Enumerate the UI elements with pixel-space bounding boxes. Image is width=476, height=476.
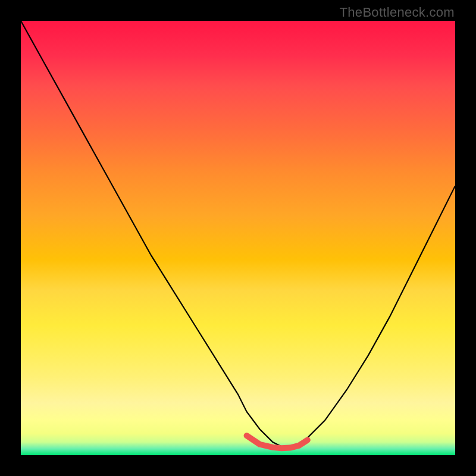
watermark-label: TheBottleneck.com [340, 5, 455, 20]
plot-area [21, 21, 455, 455]
chart-svg [21, 21, 455, 455]
chart-container: TheBottleneck.com [0, 0, 476, 476]
bottleneck-curve-line [21, 21, 455, 446]
optimal-zone-line [247, 436, 308, 448]
